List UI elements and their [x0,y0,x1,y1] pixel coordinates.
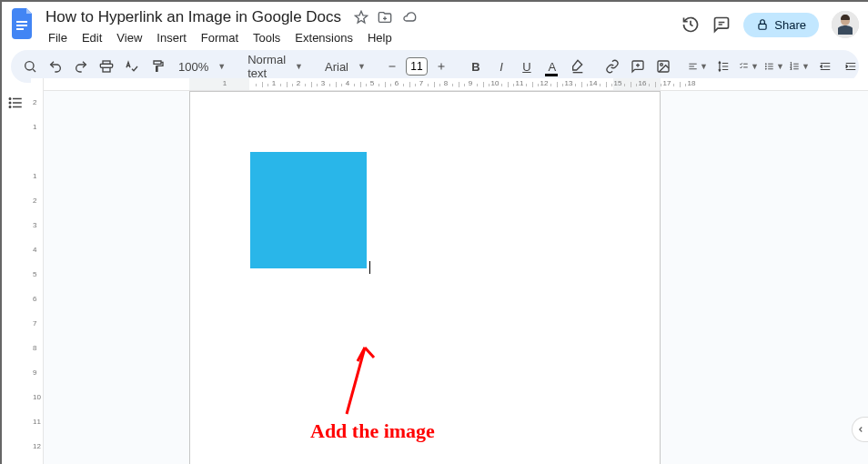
print-icon[interactable] [95,55,118,78]
paint-format-icon[interactable] [146,55,169,78]
svg-point-17 [9,98,11,100]
menu-edit[interactable]: Edit [76,29,108,46]
svg-point-12 [765,66,766,67]
menu-help[interactable]: Help [361,29,399,46]
svg-rect-2 [16,28,24,30]
increase-font-icon[interactable] [429,55,453,78]
increase-indent-icon[interactable] [839,55,863,78]
highlight-icon[interactable] [566,55,590,78]
caret-icon: ▼ [356,62,366,71]
italic-icon[interactable]: I [490,55,513,78]
svg-text:3: 3 [790,67,792,71]
document-title[interactable]: How to Hyperlink an Image in Google Docs [42,7,345,27]
decrease-indent-icon[interactable] [813,55,837,78]
decrease-font-icon[interactable] [380,55,404,78]
cloud-status-icon[interactable] [401,10,418,25]
annotation: Add the image [310,343,419,425]
menu-bar: File Edit View Insert Format Tools Exten… [42,29,681,46]
vertical-ruler: 2112345678910111213 [31,78,44,464]
svg-point-10 [661,64,663,66]
search-menus-icon[interactable] [18,55,42,78]
align-select[interactable]: ▼ [686,55,710,78]
workspace: 2112345678910111213 11234567891011121314… [1,78,868,464]
text-color-icon[interactable]: A [540,55,564,78]
history-icon[interactable] [681,15,700,34]
underline-icon[interactable]: U [515,55,539,78]
spellcheck-icon[interactable] [120,55,144,78]
font-value: Arial [321,60,352,74]
inserted-image[interactable] [250,152,367,268]
bold-icon[interactable]: B [464,55,488,78]
svg-point-13 [765,68,766,69]
caret-icon: ▼ [216,62,226,71]
zoom-select[interactable]: 100%▼ [171,60,229,74]
annotation-text: Add the image [310,419,435,443]
comments-icon[interactable] [712,15,731,34]
font-size-input[interactable] [406,57,428,76]
add-comment-icon[interactable] [626,55,650,78]
menu-file[interactable]: File [42,29,74,46]
menu-tools[interactable]: Tools [247,29,287,46]
caret-icon: ▼ [293,62,303,71]
side-panel-toggle[interactable] [852,417,868,442]
svg-point-18 [9,102,11,104]
menu-view[interactable]: View [110,29,148,46]
svg-rect-8 [103,67,110,72]
style-value: Normal text [244,53,289,80]
svg-rect-1 [16,25,27,26]
arrow-icon [310,343,419,425]
title-area: How to Hyperlink an Image in Google Docs… [42,7,681,46]
outline-icon[interactable] [4,91,27,115]
docs-logo[interactable] [11,7,36,40]
share-label: Share [774,18,806,32]
menu-insert[interactable]: Insert [150,29,193,46]
numbered-list-icon[interactable]: 123▼ [788,55,812,78]
share-button[interactable]: Share [743,13,819,37]
insert-image-icon[interactable] [651,55,675,78]
menu-format[interactable]: Format [195,29,245,46]
menu-extensions[interactable]: Extensions [288,29,359,46]
text-cursor [369,261,370,274]
lock-icon [756,18,769,31]
undo-icon[interactable] [44,55,67,78]
redo-icon[interactable] [69,55,93,78]
account-avatar[interactable] [832,11,859,38]
title-bar: How to Hyperlink an Image in Google Docs… [2,2,868,46]
insert-link-icon[interactable] [601,55,624,78]
document-area: 1123456789101112131415161718 Add the ima… [44,78,868,464]
star-icon[interactable] [354,10,368,25]
svg-point-19 [9,106,11,108]
svg-rect-3 [759,24,766,29]
svg-point-6 [25,62,34,70]
horizontal-ruler: 1123456789101112131415161718 [44,78,868,91]
font-select[interactable]: Arial▼ [318,60,369,74]
page[interactable]: Add the image [189,91,661,464]
zoom-value: 100% [175,60,212,74]
move-icon[interactable] [378,10,392,25]
paragraph-style-select[interactable]: Normal text▼ [240,53,307,80]
line-spacing-icon[interactable] [712,55,735,78]
svg-point-11 [765,64,766,65]
svg-rect-0 [16,21,27,23]
bulleted-list-icon[interactable]: ▼ [762,55,786,78]
outline-rail [1,78,31,464]
header-right: Share [681,7,859,38]
clear-formatting-icon[interactable] [864,55,868,78]
checklist-icon[interactable]: ▼ [737,55,761,78]
